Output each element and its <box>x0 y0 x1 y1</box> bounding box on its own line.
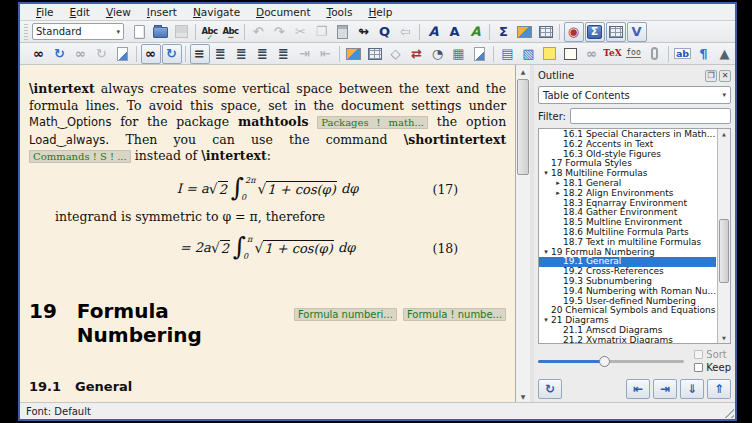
toc-item[interactable]: 21.1 Amscd Diagrams <box>539 326 716 336</box>
insert-figure-float-icon[interactable] <box>344 44 364 64</box>
toc-item[interactable]: 19.2 Cross-References <box>539 267 716 277</box>
spellcheck-icon[interactable]: Abc✓ <box>200 22 220 42</box>
env-description-icon[interactable]: ≣ <box>253 44 273 64</box>
toc-item[interactable]: ▾21 Diagrams <box>539 316 716 326</box>
menu-edit[interactable]: Edit <box>62 5 98 19</box>
move-section-up-button[interactable]: ⇑ <box>707 379 731 399</box>
toc-item[interactable]: 18.7 Text in multiline Formulas <box>539 238 716 248</box>
move-section-down-button[interactable]: ⇓ <box>680 379 704 399</box>
insert-listing-icon[interactable]: foo <box>624 44 644 64</box>
toc-item[interactable]: 16.2 Accents in Text <box>539 140 716 150</box>
document-canvas[interactable]: \intertext always creates some vertical … <box>20 65 515 402</box>
paragraph-style-icon[interactable]: ≡ <box>190 44 210 64</box>
index-inset[interactable]: Formula ! numbe... <box>403 308 506 321</box>
menu-tools[interactable]: Tools <box>319 5 361 19</box>
menu-document[interactable]: Document <box>248 5 318 19</box>
insert-table-icon[interactable] <box>536 22 556 42</box>
new-document-icon[interactable] <box>130 22 150 42</box>
save-document-icon[interactable] <box>172 22 192 42</box>
promote-section-button[interactable]: ⇤ <box>626 379 650 399</box>
toc-item[interactable]: ▾19 Formula Numbering <box>539 248 716 258</box>
toc-item[interactable]: ▸18.2 Align Environments <box>539 189 716 199</box>
open-document-icon[interactable] <box>151 22 171 42</box>
scroll-up-icon[interactable]: ▲ <box>718 129 730 139</box>
equation-18[interactable]: = 2a√2∫π0√1 + cos(φ) dφ (18) <box>29 231 506 265</box>
close-panel-icon[interactable]: ✕ <box>719 70 731 82</box>
insert-table-float-icon[interactable] <box>365 44 385 64</box>
toc-item[interactable]: 16.3 Old-style Figures <box>539 150 716 160</box>
toc-item[interactable]: 18.6 Multiline Formula Parts <box>539 228 716 238</box>
toggle-preview-icon[interactable]: ∞ <box>141 44 161 64</box>
toc-item[interactable]: 19.4 Numbering with Roman Nu... <box>539 287 716 297</box>
cut-icon[interactable]: ✂ <box>291 22 311 42</box>
update-document-icon[interactable]: ↻ <box>50 44 70 64</box>
between-equations-text[interactable]: integrand is symmetric to φ = π, therefo… <box>55 209 506 225</box>
menu-help[interactable]: Help <box>360 5 400 19</box>
depth-slider[interactable] <box>538 356 684 367</box>
apply-style-icon[interactable]: A <box>466 22 486 42</box>
toc-type-combo[interactable]: Table of Contents ▾ <box>538 86 731 104</box>
view-document-icon[interactable]: ∞ <box>29 44 49 64</box>
scroll-down-icon[interactable]: ▼ <box>718 333 730 343</box>
update-master-icon[interactable]: ↻ <box>92 44 112 64</box>
insert-footnote-icon[interactable]: ▤ <box>498 44 518 64</box>
float-panel-icon[interactable]: ❐ <box>705 70 717 82</box>
filter-input[interactable] <box>570 108 731 124</box>
toc-item[interactable]: 19.5 User-defined Numbering <box>539 297 716 307</box>
env-numbered-list-icon[interactable]: ≣ <box>211 44 231 64</box>
paragraph-intertext[interactable]: \intertext always creates some vertical … <box>29 81 506 166</box>
insert-tex-icon[interactable]: TeX <box>603 44 623 64</box>
slider-knob[interactable] <box>599 356 610 367</box>
toc-item[interactable]: 18.5 Multline Environment <box>539 218 716 228</box>
insert-citation-icon[interactable]: ◔ <box>428 44 448 64</box>
menu-file[interactable]: File <box>28 5 62 19</box>
toc-item[interactable]: 16.1 Special Characters in Math... <box>539 130 716 140</box>
collapse-icon[interactable]: ▾ <box>541 169 551 179</box>
equation-17[interactable]: I = a√2∫2π0√1 + cos(φ) dφ (17) <box>29 172 506 206</box>
keep-checkbox[interactable] <box>694 363 703 372</box>
collapse-icon[interactable]: ▾ <box>541 248 551 258</box>
decrease-depth-icon[interactable]: ⇤ <box>316 44 336 64</box>
undo-icon[interactable]: ↶ <box>249 22 269 42</box>
toggle-update-icon[interactable]: ↻ <box>162 44 182 64</box>
toggle-math-toolbar-icon[interactable]: Σ <box>585 22 605 42</box>
toc-item[interactable]: ▸18.1 General <box>539 179 716 189</box>
toolbar-handle[interactable] <box>24 24 28 40</box>
toggle-review-toolbar-icon[interactable]: V <box>627 22 647 42</box>
noun-icon[interactable]: A <box>445 22 465 42</box>
toc-item[interactable]: 17 Formula Styles <box>539 159 716 169</box>
subsection-heading-19-1[interactable]: 19.1 General <box>29 379 506 394</box>
insert-marginnote-icon[interactable]: ▧ <box>519 44 539 64</box>
toc-item[interactable]: 18.4 Gather Environment <box>539 208 716 218</box>
toc-item[interactable]: 19.3 Subnumbering <box>539 277 716 287</box>
copy-icon[interactable]: ❐ <box>312 22 332 42</box>
section-heading-19[interactable]: 19 Formula Numbering Formula numberi... … <box>29 299 506 347</box>
paragraph-settings-icon[interactable]: ¶ <box>694 44 714 64</box>
toc-scrollbar[interactable]: ▲ ▼ <box>717 129 730 343</box>
include-file-icon[interactable] <box>645 44 665 64</box>
toc-item[interactable]: 21.2 Xymatrix Diagrams <box>539 336 716 344</box>
env-labeling-icon[interactable]: ≣ <box>274 44 294 64</box>
insert-box-icon[interactable] <box>561 44 581 64</box>
layout-combo[interactable]: Standard ▾ <box>32 23 124 40</box>
collapse-icon[interactable]: ▾ <box>541 316 551 326</box>
toggle-navigator-icon[interactable]: ◉ <box>564 22 584 42</box>
resize-grip[interactable] <box>721 405 734 418</box>
sort-checkbox[interactable] <box>694 350 703 359</box>
redo-icon[interactable]: ↷ <box>270 22 290 42</box>
scrollbar-thumb[interactable] <box>517 79 529 175</box>
find-next-icon[interactable]: ↬ <box>354 22 374 42</box>
toc-item[interactable]: 18.3 Eqnarray Environment <box>539 199 716 209</box>
insert-nomenclature-icon[interactable] <box>470 44 490 64</box>
expand-icon[interactable]: ▸ <box>553 179 563 189</box>
toc-item[interactable]: 19.1 General <box>539 257 716 267</box>
expand-icon[interactable]: ▸ <box>553 189 563 199</box>
scrollbar-thumb[interactable] <box>719 219 729 283</box>
index-inset[interactable]: Commands ! S ! ... <box>29 150 131 163</box>
menu-insert[interactable]: Insert <box>139 5 185 19</box>
index-inset[interactable]: Packages ! math... <box>317 116 428 129</box>
view-master-icon[interactable]: ∞ <box>71 44 91 64</box>
menu-view[interactable]: View <box>98 5 139 19</box>
track-changes-icon[interactable]: Abc∼ <box>221 22 241 42</box>
insert-cross-reference-icon[interactable]: ⇄ <box>407 44 427 64</box>
